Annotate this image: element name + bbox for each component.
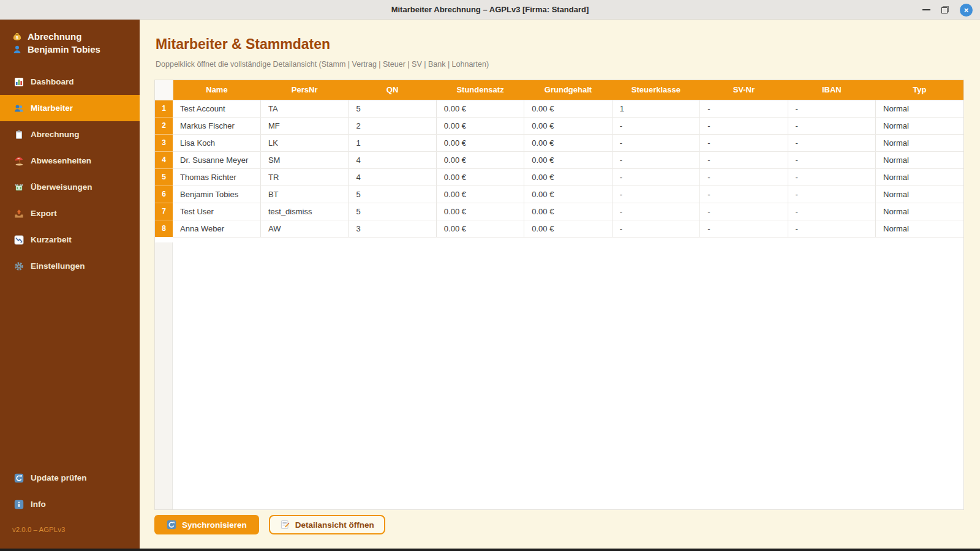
sidebar-item-einstellungen[interactable]: Einstellungen (0, 253, 140, 279)
table-cell: - (788, 186, 875, 203)
table-row[interactable]: 7Test Usertest_dismiss50.00 €0.00 €---No… (155, 203, 963, 220)
brand-app-name: Abrechnung (28, 30, 81, 43)
window-bottom-edge (0, 549, 980, 551)
sidebar-item-ueberweisungen[interactable]: Überweisungen (0, 174, 140, 200)
table-head: NamePersNrQNStundensatzGrundgehaltSteuer… (155, 80, 963, 100)
table-cell: 1 (349, 134, 436, 151)
table-cell: MF (260, 117, 348, 134)
table-cell: Lisa Koch (173, 134, 260, 151)
column-header-sv-nr[interactable]: SV-Nr (700, 80, 788, 100)
sidebar-item-label: Export (31, 209, 57, 218)
table-body: 1Test AccountTA50.00 €0.00 €1--Normal2Ma… (155, 100, 963, 237)
table-cell: Normal (876, 203, 964, 220)
table-cell: Normal (876, 220, 964, 237)
table-cell: - (700, 100, 788, 117)
close-icon[interactable]: × (960, 4, 973, 17)
sidebar-item-abrechnung[interactable]: Abrechnung (0, 121, 140, 148)
row-number: 1 (155, 100, 173, 117)
table-cell: - (700, 186, 788, 203)
sidebar-footer-nav: Update prüfenInfo (0, 465, 140, 517)
sidebar-item-abwesenheiten[interactable]: Abwesenheiten (0, 148, 140, 174)
table-row[interactable]: 2Markus FischerMF20.00 €0.00 €---Normal (155, 117, 963, 134)
sidebar-item-label: Mitarbeiter (31, 103, 73, 113)
column-header-iban[interactable]: IBAN (788, 80, 875, 100)
detailansicht-oeffnen-button[interactable]: Detailansicht öffnen (269, 515, 385, 534)
column-header-steuerklasse[interactable]: Steuerklasse (612, 80, 699, 100)
table-cell: 0.00 € (524, 100, 612, 117)
table-cell: 0.00 € (436, 220, 524, 237)
sidebar-item-kurzarbeit[interactable]: Kurzarbeit (0, 227, 140, 253)
table-row[interactable]: 4Dr. Susanne MeyerSM40.00 €0.00 €---Norm… (155, 151, 963, 168)
table-cell: SM (260, 151, 348, 168)
sidebar-item-label: Kurzarbeit (31, 235, 72, 244)
column-header-grundgehalt[interactable]: Grundgehalt (524, 80, 612, 100)
action-bar: SynchronisierenDetailansicht öffnen (154, 515, 385, 534)
row-number: 3 (155, 134, 173, 151)
table-cell: - (700, 151, 788, 168)
column-header-qn[interactable]: QN (349, 80, 436, 100)
table-cell: - (700, 220, 788, 237)
table-cell: 0.00 € (524, 134, 612, 151)
main-content: Mitarbeiter & Stammdaten Doppelklick öff… (140, 20, 980, 551)
info-icon (14, 500, 24, 509)
table-cell: Markus Fischer (173, 117, 260, 134)
column-header-name[interactable]: Name (173, 80, 260, 100)
sidebar-item-label: Abrechnung (31, 130, 80, 139)
table-cell: 2 (349, 117, 436, 134)
column-header-typ[interactable]: Typ (876, 80, 964, 100)
table-row[interactable]: 1Test AccountTA50.00 €0.00 €1--Normal (155, 100, 963, 117)
table-cell: 0.00 € (436, 203, 524, 220)
table-cell: Test User (173, 203, 260, 220)
row-number-gutter (155, 242, 173, 509)
outbox-tray-icon (14, 209, 24, 219)
row-number: 6 (155, 186, 173, 203)
people-icon (14, 103, 24, 113)
row-number: 7 (155, 203, 173, 220)
table-cell: 0.00 € (436, 151, 524, 168)
table-cell: Benjamin Tobies (173, 186, 260, 203)
sidebar-item-dashboard[interactable]: Dashboard (0, 69, 140, 95)
sidebar-item-label: Überweisungen (31, 182, 92, 192)
money-bag-icon: $ (12, 32, 22, 42)
table-row[interactable]: 6Benjamin TobiesBT50.00 €0.00 €---Normal (155, 186, 963, 203)
version-label: v2.0.0 – AGPLv3 (12, 526, 65, 533)
clipboard-icon (14, 130, 24, 140)
sidebar-item-export[interactable]: Export (0, 200, 140, 227)
minimize-icon[interactable] (922, 9, 930, 10)
brand-user-name: Benjamin Tobies (28, 43, 100, 56)
table-cell: 4 (349, 168, 436, 186)
table-cell: 5 (349, 186, 436, 203)
sidebar-item-update-pruefen[interactable]: Update prüfen (0, 465, 140, 491)
sidebar-item-mitarbeiter[interactable]: Mitarbeiter (0, 95, 140, 121)
table-row[interactable]: 8Anna WeberAW30.00 €0.00 €---Normal (155, 220, 963, 237)
money-wings-icon (14, 182, 24, 192)
table-cell: 1 (612, 100, 699, 117)
table-row[interactable]: 3Lisa KochLK10.00 €0.00 €---Normal (155, 134, 963, 151)
table-cell: 0.00 € (436, 100, 524, 117)
table-cell: 0.00 € (524, 168, 612, 186)
synchronisieren-button[interactable]: Synchronisieren (154, 515, 259, 534)
table-cell: - (788, 151, 875, 168)
svg-text:$: $ (16, 36, 18, 40)
maximize-icon[interactable] (941, 6, 949, 13)
column-header-persnr[interactable]: PersNr (260, 80, 348, 100)
row-number: 5 (155, 168, 173, 186)
table-row[interactable]: 5Thomas RichterTR40.00 €0.00 €---Normal (155, 168, 963, 186)
table-cell: - (788, 168, 875, 186)
table-cell: - (700, 134, 788, 151)
sidebar: $ Abrechnung Benjamin Tobies DashboardMi… (0, 20, 140, 551)
table-cell: - (788, 203, 875, 220)
table-cell: - (612, 220, 699, 237)
refresh-icon (14, 473, 24, 483)
table-cell: 0.00 € (436, 117, 524, 134)
bar-chart-icon (14, 77, 24, 87)
table-cell: Normal (876, 117, 964, 134)
sidebar-item-info[interactable]: Info (0, 491, 140, 517)
table-cell: AW (260, 220, 348, 237)
table-cell: 4 (349, 151, 436, 168)
table-cell: - (612, 134, 699, 151)
column-header-stundensatz[interactable]: Stundensatz (436, 80, 524, 100)
table-cell: - (612, 203, 699, 220)
button-label: Detailansicht öffnen (295, 520, 374, 530)
table-cell: Dr. Susanne Meyer (173, 151, 260, 168)
